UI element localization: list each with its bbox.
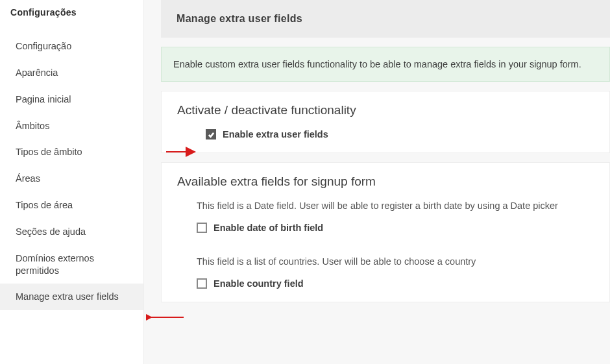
- sidebar-item-configuracao[interactable]: Configuração: [0, 33, 143, 60]
- info-text: Enable custom extra user fields function…: [173, 59, 581, 69]
- available-fields-panel: Available extra fields for signup form T…: [161, 162, 610, 302]
- page-title: Manage extra user fields: [177, 13, 594, 25]
- enable-country-checkbox[interactable]: [197, 278, 207, 289]
- field-desc: This field is a list of countries. User …: [177, 256, 594, 267]
- enable-extra-fields-row: Enable extra user fields: [177, 129, 594, 140]
- sidebar-item-tipos-area[interactable]: Tipos de área: [0, 192, 143, 219]
- sidebar-item-label: Âmbitos: [16, 121, 49, 131]
- enable-extra-fields-checkbox[interactable]: [206, 129, 216, 140]
- sidebar-item-ambitos[interactable]: Âmbitos: [0, 113, 143, 140]
- sidebar-item-label: Tipos de âmbito: [16, 147, 82, 157]
- sidebar-item-secoes-ajuda[interactable]: Seções de ajuda: [0, 219, 143, 245]
- sidebar-item-aparencia[interactable]: Aparência: [0, 60, 143, 86]
- sidebar-item-tipos-ambito[interactable]: Tipos de âmbito: [0, 139, 143, 165]
- field-desc: This field is a Date field. User will be…: [177, 200, 594, 211]
- activate-heading: Activate / deactivate functionality: [177, 103, 594, 117]
- field-block-dob: This field is a Date field. User will be…: [177, 200, 594, 233]
- enable-country-row: Enable country field: [177, 278, 594, 289]
- enable-dob-label: Enable date of birth field: [214, 223, 323, 233]
- available-heading: Available extra fields for signup form: [177, 175, 594, 189]
- enable-extra-fields-label: Enable extra user fields: [223, 129, 328, 140]
- page-header: Manage extra user fields: [161, 0, 610, 38]
- check-icon: [208, 131, 215, 138]
- field-block-country: This field is a list of countries. User …: [177, 256, 594, 289]
- sidebar-title: Configurações: [0, 5, 143, 33]
- sidebar-item-label: Domínios externos permitidos: [16, 253, 94, 276]
- sidebar-item-areas[interactable]: Áreas: [0, 165, 143, 192]
- sidebar-item-dominios-externos[interactable]: Domínios externos permitidos: [0, 245, 143, 284]
- sidebar-item-pagina-inicial[interactable]: Pagina inicial: [0, 86, 143, 113]
- sidebar-item-label: Seções de ajuda: [16, 226, 86, 237]
- info-box: Enable custom extra user fields function…: [161, 47, 610, 82]
- enable-dob-row: Enable date of birth field: [177, 223, 594, 233]
- sidebar: Configurações Configuração Aparência Pag…: [0, 0, 144, 364]
- main-content: Manage extra user fields Enable custom e…: [144, 0, 610, 364]
- sidebar-item-manage-extra-fields[interactable]: Manage extra user fields: [0, 284, 143, 310]
- sidebar-item-label: Tipos de área: [16, 200, 73, 210]
- enable-dob-checkbox[interactable]: [197, 223, 207, 233]
- sidebar-item-label: Aparência: [16, 67, 58, 78]
- enable-country-label: Enable country field: [214, 278, 304, 289]
- sidebar-item-label: Pagina inicial: [16, 94, 71, 104]
- sidebar-item-label: Manage extra user fields: [16, 291, 119, 302]
- sidebar-item-label: Áreas: [16, 173, 40, 184]
- activate-panel: Activate / deactivate functionality Enab…: [161, 91, 610, 153]
- sidebar-item-label: Configuração: [16, 41, 71, 51]
